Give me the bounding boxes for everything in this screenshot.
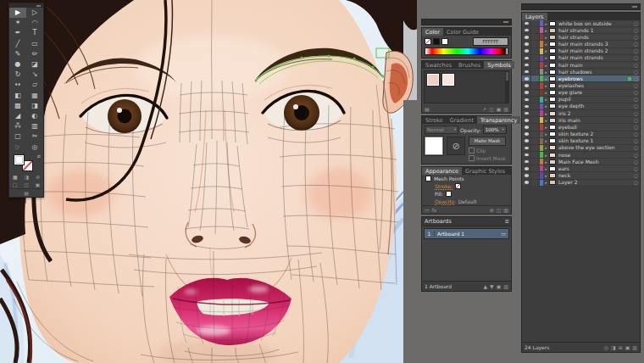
visibility-toggle[interactable]: [522, 180, 531, 186]
tab[interactable]: Stroke: [422, 116, 447, 124]
lock-toggle[interactable]: [531, 82, 540, 88]
tab[interactable]: Color Guide: [443, 28, 482, 36]
new-effect-icon[interactable]: fx: [432, 206, 437, 214]
tab[interactable]: Appearance: [422, 167, 462, 175]
free-transform-tool[interactable]: ▱: [26, 80, 43, 90]
layer-name[interactable]: iris main: [556, 117, 632, 124]
gradient-tool[interactable]: ◨: [26, 101, 43, 111]
expand-arrow-icon[interactable]: ▸: [543, 159, 549, 165]
blob-brush-tool[interactable]: ●: [9, 59, 26, 70]
panel-collapse-strip[interactable]: [421, 19, 512, 25]
layer-name[interactable]: neck: [556, 172, 632, 179]
tab[interactable]: Symbols: [484, 61, 514, 69]
new-layer-icon[interactable]: ▣: [625, 343, 630, 351]
lock-toggle[interactable]: [531, 159, 540, 165]
scale-tool[interactable]: ↘: [26, 70, 43, 80]
expand-arrow-icon[interactable]: ▸: [543, 28, 549, 33]
visibility-toggle[interactable]: [522, 165, 531, 171]
symbol-swatch[interactable]: [426, 73, 440, 87]
symbol-swatch[interactable]: [441, 73, 455, 87]
lock-toggle[interactable]: [531, 131, 540, 137]
layer-name[interactable]: hair strands 1: [556, 27, 632, 34]
expand-arrow-icon[interactable]: ▸: [543, 180, 549, 185]
new-symbol-icon[interactable]: ▣: [497, 105, 502, 113]
expand-arrow-icon[interactable]: ▸: [543, 76, 549, 81]
lock-toggle[interactable]: [531, 90, 540, 96]
object-thumbnail[interactable]: [425, 137, 443, 155]
layer-name[interactable]: Main Face Mesh: [556, 159, 632, 165]
delete-layer-icon[interactable]: ▥: [632, 343, 637, 351]
tab[interactable]: Swatches: [422, 61, 455, 69]
target-circle-icon[interactable]: ○: [632, 180, 640, 185]
target-circle-icon[interactable]: ○: [632, 55, 640, 60]
expand-arrow-icon[interactable]: ▸: [543, 138, 549, 143]
target-circle-icon[interactable]: ○: [632, 138, 640, 143]
appearance-row[interactable]: Stroke:: [422, 182, 511, 190]
layer-name[interactable]: hair strands: [556, 34, 632, 41]
zoom-tool[interactable]: ◎: [26, 142, 43, 152]
tab-layers[interactable]: Layers: [522, 13, 547, 20]
place-symbol-icon[interactable]: ↗: [482, 105, 486, 113]
artboard-name[interactable]: Artboard 1: [435, 231, 498, 237]
clear-appearance-icon[interactable]: ⊘: [490, 206, 494, 214]
rotate-tool[interactable]: ↻: [9, 70, 26, 80]
draw-normal-button[interactable]: ▢: [13, 181, 18, 188]
layer-name[interactable]: ears: [556, 165, 632, 172]
expand-arrow-icon[interactable]: ▸: [543, 70, 549, 75]
expand-arrow-icon[interactable]: ▸: [543, 48, 549, 53]
tab[interactable]: Transparency: [477, 116, 520, 124]
visibility-toggle[interactable]: [522, 138, 531, 144]
layer-name[interactable]: hair main strands: [556, 54, 632, 61]
expand-arrow-icon[interactable]: ▸: [543, 90, 549, 95]
visibility-toggle[interactable]: [522, 41, 531, 47]
layer-name[interactable]: skin texture 2: [556, 131, 632, 137]
visibility-toggle[interactable]: [522, 110, 531, 116]
layer-name[interactable]: white box on outside: [556, 20, 632, 27]
lock-toggle[interactable]: [531, 172, 540, 178]
expand-arrow-icon[interactable]: ▸: [543, 97, 549, 102]
target-circle-icon[interactable]: ○: [632, 83, 640, 88]
layer-name[interactable]: hair main strands 2: [556, 47, 632, 54]
target-circle-icon[interactable]: ○: [632, 48, 640, 53]
column-graph-tool[interactable]: ▥: [26, 121, 43, 131]
artboards-header[interactable]: Artboards ≡: [422, 217, 511, 226]
new-artboard-icon[interactable]: ▣: [497, 282, 502, 290]
target-circle-icon[interactable]: ○: [632, 28, 640, 33]
visibility-toggle[interactable]: [522, 159, 531, 165]
target-circle-icon[interactable]: ○: [632, 21, 640, 26]
visibility-toggle[interactable]: [522, 97, 531, 103]
rectangle-tool[interactable]: ▭: [26, 39, 43, 49]
layer-name[interactable]: eyebrows: [556, 75, 628, 82]
layer-name[interactable]: eyeball: [556, 124, 632, 131]
eyedropper-tool[interactable]: ◢: [9, 111, 26, 121]
lock-toggle[interactable]: [531, 124, 540, 130]
swap-fill-stroke-icon[interactable]: ⇄: [37, 154, 41, 159]
none-color-chip[interactable]: [425, 38, 431, 45]
lock-toggle[interactable]: [531, 138, 540, 144]
expand-arrow-icon[interactable]: ▸: [543, 166, 549, 171]
visibility-toggle[interactable]: [522, 20, 531, 26]
expand-arrow-icon[interactable]: ▸: [543, 153, 549, 158]
layer-name[interactable]: eye depth: [556, 103, 632, 109]
perspective-grid-tool[interactable]: ▦: [26, 91, 43, 101]
expand-arrow-icon[interactable]: ▸: [543, 35, 549, 40]
pen-tool[interactable]: ✒: [9, 28, 26, 38]
gradient-button[interactable]: ◨: [24, 173, 29, 181]
visibility-toggle[interactable]: [522, 82, 531, 88]
visibility-toggle[interactable]: [522, 62, 531, 68]
lock-toggle[interactable]: [531, 145, 540, 151]
layer-name[interactable]: Layer 2: [556, 179, 632, 186]
clip-checkbox[interactable]: [469, 148, 475, 154]
lock-toggle[interactable]: [531, 69, 540, 75]
symbol-libraries-icon[interactable]: ▤: [425, 105, 430, 113]
scrollbar[interactable]: [505, 71, 508, 103]
color-button[interactable]: ■: [13, 173, 18, 181]
visibility-toggle[interactable]: [522, 145, 531, 151]
visibility-toggle[interactable]: [522, 55, 531, 61]
layer-row[interactable]: ▸ Layer 2 ○: [522, 180, 640, 187]
layer-name[interactable]: nose: [556, 152, 632, 159]
visibility-toggle[interactable]: [522, 48, 531, 54]
break-link-icon[interactable]: ◫: [489, 105, 494, 113]
duplicate-item-icon[interactable]: ◫: [497, 206, 502, 214]
tab[interactable]: Gradient: [447, 116, 477, 124]
